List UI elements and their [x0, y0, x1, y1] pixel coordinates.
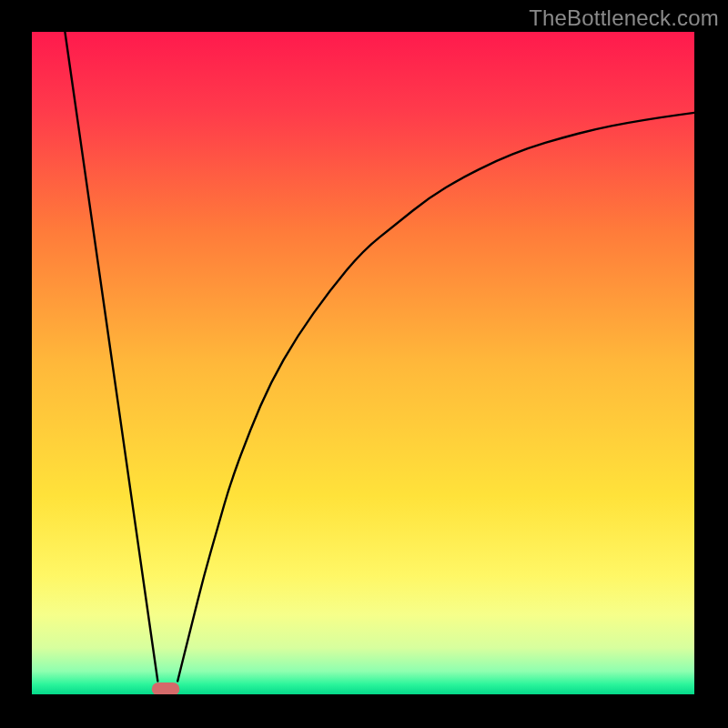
- plot-area: [32, 32, 694, 694]
- watermark-text: TheBottleneck.com: [529, 5, 719, 31]
- chart-frame: TheBottleneck.com: [0, 0, 728, 728]
- right-branch: [177, 113, 694, 682]
- bottom-marker: [152, 682, 180, 694]
- left-branch: [65, 32, 157, 681]
- chart-curves: [32, 32, 694, 694]
